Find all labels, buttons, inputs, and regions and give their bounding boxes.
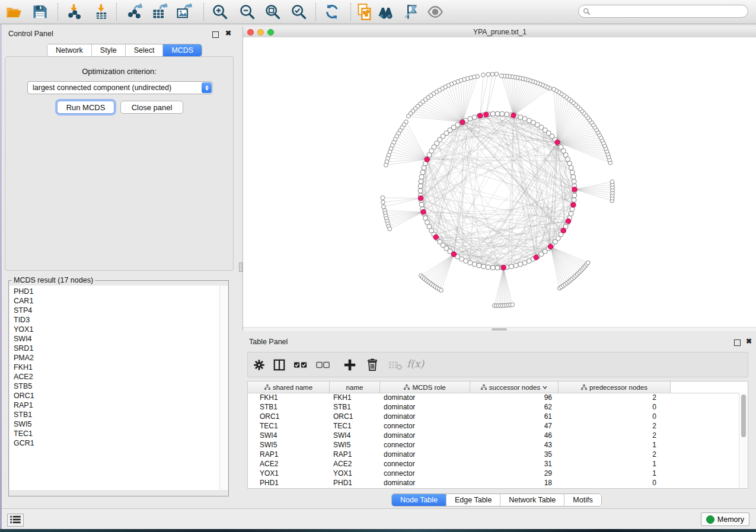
mcds-result-item[interactable]: GCR1 <box>14 438 220 448</box>
graph-node[interactable] <box>518 262 523 267</box>
graph-node[interactable] <box>513 263 518 268</box>
graph-node[interactable] <box>472 115 477 120</box>
graph-node[interactable] <box>486 72 490 76</box>
find-icon[interactable] <box>375 2 395 21</box>
mcds-result-item[interactable]: TID3 <box>14 315 220 325</box>
graph-node[interactable] <box>505 112 509 117</box>
graph-mcds-node[interactable] <box>566 219 571 224</box>
tab-mcds[interactable]: MCDS <box>163 44 202 56</box>
graph-node[interactable] <box>567 161 572 166</box>
mcds-result-item[interactable]: FKH1 <box>14 363 220 372</box>
float-window-icon[interactable] <box>212 31 219 38</box>
graph-node[interactable] <box>572 179 576 184</box>
tab-network[interactable]: Network <box>47 44 92 56</box>
hide-labels-icon[interactable] <box>401 2 421 21</box>
graph-node[interactable] <box>419 179 423 184</box>
graph-node[interactable] <box>527 118 531 123</box>
graph-node[interactable] <box>481 73 486 77</box>
mcds-result-item[interactable]: SWI5 <box>14 419 220 429</box>
graph-node[interactable] <box>610 180 614 184</box>
graph-node[interactable] <box>464 259 468 264</box>
graph-node[interactable] <box>490 265 495 270</box>
graph-mcds-node[interactable] <box>548 244 553 249</box>
close-panel-button[interactable]: Close panel <box>120 101 183 114</box>
graph-node[interactable] <box>511 303 515 307</box>
graph-mcds-node[interactable] <box>451 252 457 257</box>
zoom-fit-icon[interactable] <box>263 2 283 21</box>
table-row[interactable]: TEC1TEC1connector472 <box>248 421 739 431</box>
graph-node[interactable] <box>571 175 576 180</box>
mcds-result-item[interactable]: TEC1 <box>14 429 220 438</box>
graph-mcds-node[interactable] <box>572 187 578 192</box>
graph-node[interactable] <box>486 265 490 270</box>
table-row[interactable]: STB1STB1dominator620 <box>248 402 739 412</box>
graph-node[interactable] <box>499 74 503 78</box>
graph-node[interactable] <box>381 200 385 204</box>
mcds-result-item[interactable]: PMA2 <box>14 353 220 363</box>
graph-node[interactable] <box>418 184 423 188</box>
graph-node[interactable] <box>439 289 444 293</box>
graph-node[interactable] <box>522 116 527 121</box>
graph-node[interactable] <box>572 193 577 198</box>
close-panel-icon[interactable]: ✖ <box>225 29 231 37</box>
graph-node[interactable] <box>518 115 523 120</box>
graph-node[interactable] <box>423 216 428 220</box>
table-row[interactable]: SWI5SWI5connector431 <box>248 440 739 450</box>
graph-node[interactable] <box>572 198 576 203</box>
graph-node[interactable] <box>522 261 527 265</box>
mcds-result-item[interactable]: RAP1 <box>14 400 220 410</box>
show-panels-list-icon[interactable] <box>7 514 24 527</box>
new-network-from-selection-icon[interactable] <box>355 2 375 21</box>
column-header-shared-name[interactable]: shared name <box>248 382 330 393</box>
table-scroll-thumb[interactable] <box>741 395 746 437</box>
graph-mcds-node[interactable] <box>511 113 516 118</box>
column-header-name[interactable]: name <box>330 382 380 393</box>
search-input[interactable] <box>593 7 748 16</box>
graph-mcds-node[interactable] <box>460 120 465 125</box>
table-row[interactable]: SWI4SWI4dominator462 <box>248 431 739 440</box>
mcds-list-scrollbar[interactable] <box>219 286 228 490</box>
select-all-rows-icon[interactable] <box>291 356 310 374</box>
graph-node[interactable] <box>418 188 423 193</box>
graph-node[interactable] <box>569 165 573 170</box>
graph-node[interactable] <box>422 165 426 170</box>
mcds-result-item[interactable]: ORC1 <box>14 391 220 400</box>
network-canvas[interactable] <box>243 37 756 327</box>
table-row[interactable]: PHD1PHD1dominator180 <box>248 478 739 488</box>
graph-node[interactable] <box>481 264 486 269</box>
save-session-icon[interactable] <box>30 2 50 21</box>
optimization-criterion-select[interactable]: largest connected component (undirected) <box>27 81 213 94</box>
graph-mcds-node[interactable] <box>571 203 576 208</box>
refresh-view-icon[interactable] <box>322 2 342 21</box>
show-hide-columns-icon[interactable] <box>270 356 289 374</box>
float-table-panel-icon[interactable] <box>734 339 741 346</box>
graph-mcds-node[interactable] <box>421 210 426 215</box>
graph-node[interactable] <box>586 261 590 265</box>
graph-node[interactable] <box>419 175 424 180</box>
column-header-MCDS-role[interactable]: MCDS role <box>380 382 470 393</box>
graph-node[interactable] <box>569 211 573 216</box>
close-table-panel-icon[interactable]: ✖ <box>746 337 752 345</box>
export-image-icon[interactable] <box>174 2 194 21</box>
graph-node[interactable] <box>468 116 473 121</box>
graph-mcds-node[interactable] <box>478 113 483 118</box>
graph-node[interactable] <box>495 72 499 76</box>
graph-mcds-node[interactable] <box>418 196 423 201</box>
mcds-result-item[interactable]: PHD1 <box>14 287 220 296</box>
mcds-result-item[interactable]: YOX1 <box>14 325 220 334</box>
graph-node[interactable] <box>382 205 386 209</box>
table-row[interactable]: RAP1RAP1dominator352 <box>248 450 739 459</box>
search-box[interactable] <box>578 5 748 18</box>
delete-rows-icon[interactable] <box>363 356 382 374</box>
graph-node[interactable] <box>509 264 513 269</box>
graph-node[interactable] <box>388 227 392 231</box>
export-table-icon[interactable] <box>149 2 170 21</box>
tab-style[interactable]: Style <box>92 44 126 56</box>
graph-node[interactable] <box>570 170 575 175</box>
network-hscrollbar[interactable] <box>243 327 756 331</box>
import-table-icon[interactable] <box>91 2 111 21</box>
tab-network-table[interactable]: Network Table <box>500 494 564 506</box>
graph-mcds-node[interactable] <box>501 265 506 270</box>
mcds-result-list[interactable]: PHD1CAR1STP4TID3YOX1SWI4SRD1PMA2FKH1ACE2… <box>9 286 220 490</box>
mcds-result-item[interactable]: STP4 <box>14 306 220 315</box>
